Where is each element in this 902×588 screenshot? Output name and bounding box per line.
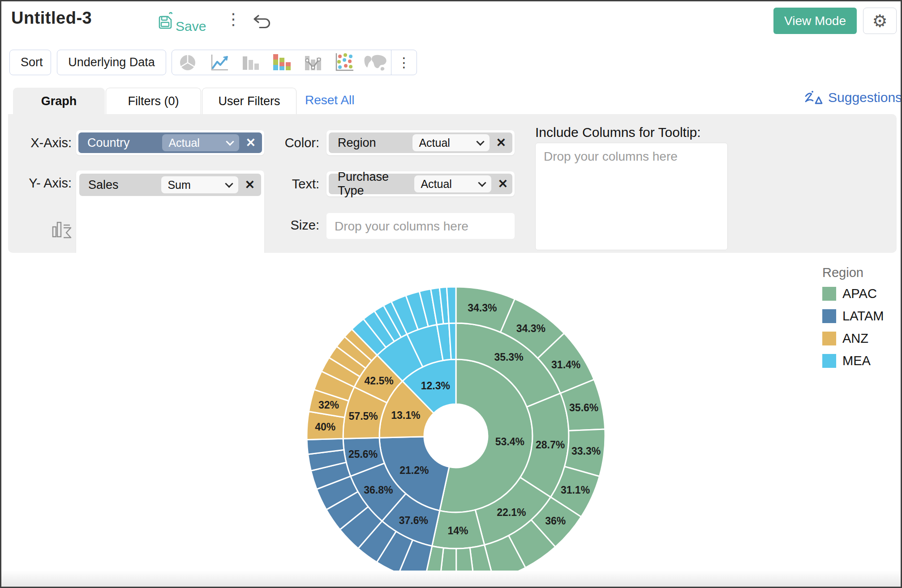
x-axis-dropzone[interactable]: Country Actual ✕ bbox=[76, 130, 264, 155]
text-field-pill[interactable]: Purchase Type Actual ✕ bbox=[329, 174, 512, 194]
slice-label: 57.5% bbox=[349, 410, 378, 422]
svg-text:*: * bbox=[168, 12, 173, 21]
tab-graph[interactable]: Graph bbox=[13, 88, 105, 115]
color-remove-button[interactable]: ✕ bbox=[496, 136, 506, 150]
slice-label: 35.6% bbox=[569, 402, 598, 413]
legend-title: Region bbox=[822, 265, 884, 280]
sunburst-segment[interactable] bbox=[447, 287, 456, 324]
x-axis-field-pill[interactable]: Country Actual ✕ bbox=[78, 132, 262, 153]
app-window: Untitled-3 * Save ⋮ View Mode ⚙ Sort Und… bbox=[0, 0, 902, 588]
world-map-icon[interactable] bbox=[360, 50, 391, 75]
sunburst-chart[interactable]: 53.4%35.3%34.3%34.3%31.4%28.7%35.6%33.3%… bbox=[1, 253, 901, 587]
slice-label: 12.3% bbox=[421, 380, 450, 392]
tooltip-dropzone[interactable]: Drop your columns here bbox=[535, 143, 728, 250]
view-mode-button[interactable]: View Mode bbox=[773, 8, 857, 34]
legend-label: APAC bbox=[842, 286, 877, 301]
slice-label: 53.4% bbox=[495, 436, 524, 447]
gear-icon: ⚙ bbox=[872, 11, 887, 31]
scatter-plot-icon[interactable] bbox=[328, 50, 360, 75]
color-field-name: Region bbox=[338, 136, 412, 150]
text-dropzone[interactable]: Purchase Type Actual ✕ bbox=[326, 171, 515, 196]
slice-label: 34.3% bbox=[516, 323, 545, 334]
color-dropzone[interactable]: Region Actual ✕ bbox=[326, 130, 515, 155]
tooltip-columns-heading: Include Columns for Tooltip: bbox=[535, 125, 701, 140]
underlying-data-button[interactable]: Underlying Data bbox=[57, 50, 166, 75]
sort-button[interactable]: Sort bbox=[9, 50, 51, 75]
chart-legend: Region APACLATAMANZMEA bbox=[822, 265, 884, 376]
legend-swatch bbox=[822, 354, 836, 368]
slice-label: 32% bbox=[318, 399, 339, 411]
text-remove-button[interactable]: ✕ bbox=[498, 177, 508, 191]
y-axis-field-pill[interactable]: Sales Sum ✕ bbox=[79, 174, 261, 196]
slice-label: 33.3% bbox=[571, 445, 601, 457]
slice-label: 40% bbox=[315, 421, 335, 433]
size-label: Size: bbox=[266, 218, 319, 233]
size-dropzone[interactable]: Drop your columns here bbox=[326, 213, 515, 239]
x-axis-aggregate-value: Actual bbox=[168, 136, 199, 149]
bar-chart-icon[interactable] bbox=[235, 50, 266, 75]
tooltip-placeholder: Drop your columns here bbox=[544, 149, 678, 164]
legend-item-latam[interactable]: LATAM bbox=[822, 309, 884, 324]
y-axis-label: Y- Axis: bbox=[17, 176, 72, 191]
page-title: Untitled-3 bbox=[11, 9, 92, 28]
bar-line-chart-icon[interactable] bbox=[297, 50, 328, 75]
slice-label: 31.1% bbox=[561, 484, 590, 496]
chart-canvas: 53.4%35.3%34.3%34.3%31.4%28.7%35.6%33.3%… bbox=[1, 253, 901, 587]
suggestions-label: Suggestions bbox=[828, 90, 902, 105]
slice-label: 22.1% bbox=[497, 507, 526, 518]
zia-suggestions-link[interactable]: Suggestions ✦ bbox=[803, 90, 902, 111]
color-field-pill[interactable]: Region Actual ✕ bbox=[329, 132, 512, 153]
pie-chart-icon[interactable] bbox=[172, 50, 203, 75]
slice-label: 31.4% bbox=[551, 359, 580, 371]
legend-label: MEA bbox=[842, 354, 871, 368]
slice-label: 14% bbox=[447, 525, 468, 537]
legend-item-apac[interactable]: APAC bbox=[822, 286, 884, 301]
slice-label: 35.3% bbox=[494, 351, 523, 363]
legend-item-anz[interactable]: ANZ bbox=[822, 331, 884, 346]
legend-label: ANZ bbox=[842, 331, 868, 346]
chevron-down-icon bbox=[225, 179, 233, 187]
legend-item-mea[interactable]: MEA bbox=[822, 354, 884, 368]
y-axis-remove-button[interactable]: ✕ bbox=[245, 178, 255, 192]
color-aggregate-value: Actual bbox=[419, 136, 450, 149]
color-aggregate-select[interactable]: Actual bbox=[412, 134, 490, 151]
slice-label: 34.3% bbox=[468, 302, 497, 314]
save-button[interactable]: * Save bbox=[157, 12, 206, 34]
line-chart-icon[interactable] bbox=[203, 50, 235, 75]
zia-icon bbox=[803, 90, 825, 111]
more-options-button[interactable]: ⋮ bbox=[225, 11, 241, 27]
chart-types-more-button[interactable]: ⋮ bbox=[391, 55, 417, 70]
tab-filters[interactable]: Filters (0) bbox=[106, 88, 201, 115]
x-axis-label: X-Axis: bbox=[17, 136, 72, 150]
undo-icon bbox=[252, 25, 272, 32]
legend-swatch bbox=[822, 287, 836, 301]
chart-type-toolbar: ⋮ bbox=[172, 50, 417, 75]
tab-user-filters[interactable]: User Filters bbox=[202, 88, 296, 115]
slice-label: 28.7% bbox=[536, 439, 565, 451]
chevron-down-icon bbox=[478, 179, 486, 187]
x-axis-aggregate-select[interactable]: Actual bbox=[162, 134, 239, 151]
text-label: Text: bbox=[266, 177, 319, 192]
x-axis-remove-button[interactable]: ✕ bbox=[245, 136, 256, 150]
settings-button[interactable]: ⚙ bbox=[863, 8, 897, 34]
slice-label: 42.5% bbox=[365, 375, 394, 387]
legend-label: LATAM bbox=[842, 309, 884, 324]
stacked-bar-chart-icon[interactable] bbox=[266, 50, 297, 75]
y-axis-aggregate-value: Sum bbox=[168, 179, 190, 192]
undo-button[interactable] bbox=[252, 13, 272, 33]
y-axis-summary-icon bbox=[51, 219, 73, 244]
text-aggregate-select[interactable]: Actual bbox=[414, 175, 491, 192]
chart-config-panel: X-Axis: Country Actual ✕ Y- Axis: Sales … bbox=[8, 114, 897, 253]
color-label: Color: bbox=[266, 136, 319, 150]
slice-label: 36% bbox=[545, 515, 566, 527]
text-aggregate-value: Actual bbox=[421, 178, 451, 191]
chevron-down-icon bbox=[226, 137, 234, 145]
save-icon: * bbox=[157, 12, 175, 34]
reset-all-link[interactable]: Reset All bbox=[305, 93, 355, 107]
y-axis-field-name: Sales bbox=[88, 178, 161, 192]
y-axis-dropzone[interactable]: Sales Sum ✕ bbox=[76, 170, 264, 256]
text-field-name: Purchase Type bbox=[338, 170, 414, 198]
save-label: Save bbox=[176, 19, 206, 34]
y-axis-aggregate-select[interactable]: Sum bbox=[161, 176, 238, 193]
legend-swatch bbox=[822, 332, 836, 345]
